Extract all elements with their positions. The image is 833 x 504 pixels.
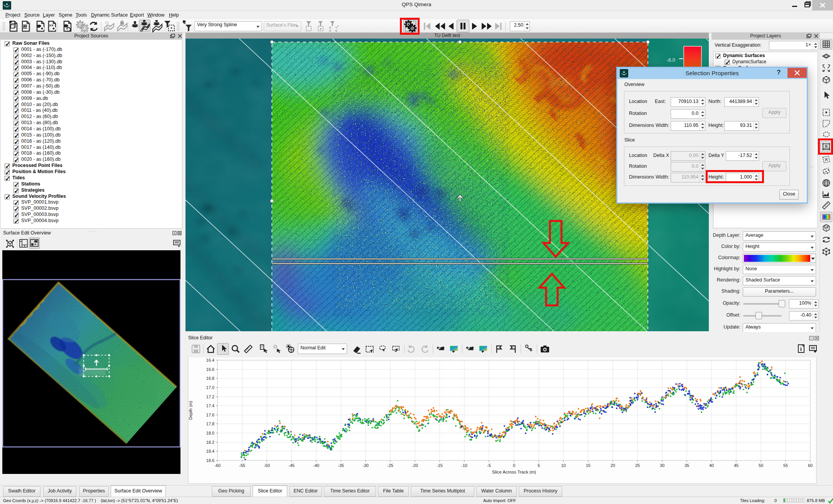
svg-text:5: 5 [538, 463, 540, 468]
svg-text:18.0: 18.0 [206, 431, 214, 435]
svg-text:-5: -5 [487, 463, 491, 468]
svg-text:10: 10 [561, 463, 566, 468]
svg-text:25: 25 [635, 463, 640, 468]
svg-text:-30: -30 [363, 463, 369, 468]
svg-text:16.6: 16.6 [206, 367, 214, 372]
svg-text:45: 45 [734, 463, 739, 468]
svg-text:17.6: 17.6 [206, 413, 214, 417]
svg-text:Slice Across Track (m): Slice Across Track (m) [492, 470, 536, 474]
svg-text:-60: -60 [214, 463, 221, 468]
svg-text:-35: -35 [338, 463, 344, 468]
svg-text:-10: -10 [461, 463, 467, 468]
svg-text:18.4: 18.4 [206, 449, 214, 453]
svg-text:-25: -25 [387, 463, 393, 468]
svg-text:55: 55 [783, 463, 788, 468]
svg-text:20: 20 [610, 463, 615, 468]
svg-text:17.2: 17.2 [206, 394, 214, 399]
svg-text:P: P [309, 21, 311, 25]
svg-text:30: 30 [660, 463, 664, 468]
svg-text:0: 0 [513, 463, 515, 468]
svg-text:-15: -15 [437, 463, 443, 468]
svg-text:-20: -20 [412, 463, 418, 468]
svg-text:-6.0: -6.0 [667, 57, 675, 63]
svg-text:-50: -50 [264, 463, 270, 468]
svg-text:-40: -40 [313, 463, 319, 468]
svg-text:Depth (m): Depth (m) [188, 401, 193, 420]
svg-text:16.4: 16.4 [206, 358, 214, 362]
svg-text:60: 60 [808, 463, 813, 468]
svg-text:18.2: 18.2 [206, 440, 214, 445]
svg-text:40: 40 [709, 463, 714, 468]
svg-text:-55: -55 [239, 463, 245, 468]
svg-text:-45: -45 [288, 463, 295, 468]
svg-text:18.6: 18.6 [206, 458, 214, 463]
svg-text:16.8: 16.8 [206, 376, 214, 381]
svg-text:17.0: 17.0 [206, 385, 214, 390]
svg-text:50: 50 [759, 463, 763, 468]
svg-text:15: 15 [586, 463, 590, 468]
svg-text:17.4: 17.4 [206, 403, 214, 408]
svg-text:17.8: 17.8 [206, 421, 214, 426]
svg-text:35: 35 [685, 463, 689, 468]
